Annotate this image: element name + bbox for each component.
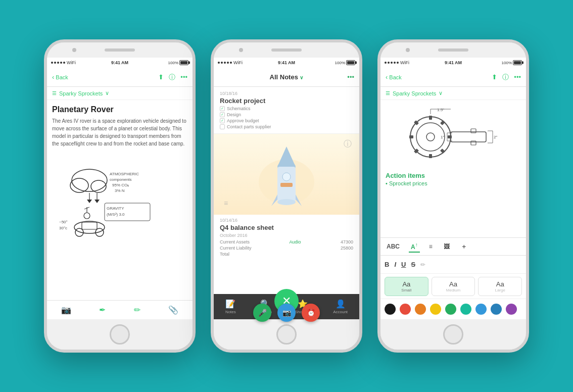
back-button-3[interactable]: ‹ Back [386, 73, 402, 81]
svg-rect-19 [82, 222, 97, 229]
fmt-tab-abc[interactable]: ABC [385, 242, 402, 251]
home-button-2[interactable] [276, 324, 297, 345]
svg-marker-10 [94, 200, 100, 203]
home-button-1[interactable] [110, 324, 130, 345]
notes-tab-label: Notes [225, 310, 236, 314]
fmt-tab-font-size[interactable]: A↑ [409, 241, 420, 253]
fmt-tab-photo[interactable]: 🖼 [442, 242, 452, 251]
share-icon-1[interactable]: ⬆ [158, 73, 164, 81]
svg-rect-45 [471, 141, 476, 145]
folder-breadcrumb-3[interactable]: ☰ Sparky Sprockets ∨ [380, 87, 526, 100]
account-tab-label: Account [333, 310, 348, 314]
checkbox-1d[interactable] [220, 124, 225, 129]
color-orange[interactable] [415, 304, 426, 315]
iphone-bottom-2 [214, 319, 359, 350]
status-bar-3: WiFi 9:41 AM 100% [380, 58, 526, 68]
note-date-1: 10/18/16 [220, 91, 353, 96]
status-bar-2: WiFi 9:41 AM 100% [214, 58, 359, 68]
svg-point-26 [277, 199, 296, 205]
svg-rect-43 [451, 132, 486, 142]
more-icon-2[interactable]: ••• [347, 73, 354, 81]
font-size-bar: Aa Small Aa Medium Aa Large [380, 274, 526, 299]
formatting-tabs-bar: ABC A↑ ≡ 🖼 ＋ [380, 237, 526, 256]
svg-marker-27 [277, 146, 296, 167]
camera-fab-button[interactable]: 📷 [277, 304, 296, 319]
italic-button[interactable]: I [394, 261, 396, 268]
balance-row-total: Total [220, 252, 353, 257]
camera-icon-1[interactable]: 📷 [61, 305, 71, 315]
time-2: 9:41 AM [278, 60, 295, 65]
tab-notes[interactable]: 📝 Notes [225, 299, 236, 314]
color-purple[interactable] [506, 304, 517, 315]
color-dark-blue[interactable] [491, 304, 502, 315]
speaker-3 [438, 48, 468, 52]
font-small-option[interactable]: Aa Small [385, 277, 428, 296]
toolbar-1: 📷 ✒ ✏ 📎 [47, 300, 193, 319]
svg-text:GRAVITY: GRAVITY [107, 206, 124, 211]
checkbox-1b[interactable]: ✓ [220, 112, 225, 117]
sketch-area-1: ATMOSPHERIC components 95% CO₂ 3% N GRAV… [52, 153, 187, 243]
camera-dot-2 [239, 48, 243, 52]
note-body-1: The Ares IV rover is a space exploration… [52, 117, 187, 148]
nav-actions-3: ⬆ ⓘ ••• [492, 73, 521, 82]
fmt-tab-list[interactable]: ≡ [427, 242, 435, 251]
svg-text:components: components [110, 177, 132, 182]
pencil-icon-1[interactable]: ✏ [134, 305, 140, 315]
action-items-title: Action items [386, 172, 521, 179]
note-item-rocket[interactable]: 10/18/16 Rocket project ✓Schematics ✓Des… [214, 87, 359, 134]
back-button-1[interactable]: ‹ Back [52, 73, 68, 81]
color-teal[interactable] [460, 304, 471, 315]
phone-2: WiFi 9:41 AM 100% All Notes ∨ ••• 10/18/… [211, 39, 362, 353]
color-black[interactable] [385, 304, 396, 315]
color-blue[interactable] [475, 304, 487, 315]
bold-button[interactable]: B [385, 261, 389, 268]
info-icon-1[interactable]: ⓘ [169, 73, 175, 82]
font-medium-option[interactable]: Aa Medium [432, 277, 475, 296]
pen-style-icon[interactable]: ✏ [420, 261, 425, 268]
underline-button[interactable]: U [401, 261, 406, 268]
color-red[interactable] [400, 304, 411, 315]
note-content-1: Planetary Rover The Ares IV rover is a s… [47, 100, 193, 300]
info-icon-3[interactable]: ⓘ [502, 73, 509, 82]
share-icon-3[interactable]: ⬆ [492, 73, 497, 81]
font-large-option[interactable]: Aa Large [478, 277, 522, 296]
svg-rect-35 [429, 116, 432, 120]
fab-sub-buttons: 🎤 📷 ⏰ [253, 304, 320, 319]
iphone-bottom-3 [380, 319, 526, 350]
phone-1: WiFi 9:41 AM 100% ‹ Back ⬆ ⓘ ••• ☰ Spark… [44, 39, 196, 353]
phone-3: WiFi 9:41 AM 100% ‹ Back ⬆ ⓘ ••• ☰ Spark… [377, 39, 529, 353]
svg-rect-38 [448, 135, 452, 138]
svg-text:(M/S²) 3.0: (M/S²) 3.0 [107, 212, 125, 217]
paperclip-icon-1[interactable]: 📎 [168, 305, 178, 315]
nav-actions-1: ⬆ ⓘ ••• [158, 73, 187, 82]
color-yellow[interactable] [430, 304, 441, 315]
account-tab-icon: 👤 [336, 299, 346, 309]
iphone-top-2 [214, 42, 359, 58]
svg-rect-44 [471, 129, 476, 133]
notes-list: 10/18/16 Rocket project ✓Schematics ✓Des… [214, 87, 359, 294]
folder-name-1: Sparky Sprockets [59, 90, 103, 96]
checkbox-1c[interactable]: ✓ [220, 118, 225, 123]
reminder-fab-button[interactable]: ⏰ [302, 304, 320, 319]
rocket-illustration: ⓘ ≡ [214, 134, 359, 215]
battery-3: 100% [502, 60, 522, 65]
tab-account[interactable]: 👤 Account [333, 299, 348, 314]
screen-3: WiFi 9:41 AM 100% ‹ Back ⬆ ⓘ ••• ☰ Spark… [380, 58, 526, 319]
more-icon-1[interactable]: ••• [180, 73, 187, 81]
all-notes-label: All Notes [270, 73, 298, 81]
folder-breadcrumb-1[interactable]: ☰ Sparky Sprockets ∨ [47, 87, 193, 100]
nav-bar-2: All Notes ∨ ••• [214, 68, 359, 87]
check-label-1c: Approve budget [227, 118, 259, 123]
audio-fab-button[interactable]: 🎤 [253, 304, 271, 319]
strikethrough-button[interactable]: S [411, 261, 415, 268]
note-item-balance[interactable]: 10/14/16 Q4 balance sheet October 2016 C… [214, 215, 359, 260]
color-green[interactable] [445, 304, 456, 315]
more-icon-3[interactable]: ••• [514, 73, 521, 81]
checkbox-1a[interactable]: ✓ [220, 106, 225, 111]
fmt-tab-add[interactable]: ＋ [459, 241, 469, 252]
pen-icon-1[interactable]: ✒ [99, 305, 106, 315]
speaker-1 [105, 48, 135, 52]
svg-rect-37 [409, 135, 413, 138]
svg-point-34 [426, 133, 435, 141]
home-button-3[interactable] [443, 324, 463, 345]
